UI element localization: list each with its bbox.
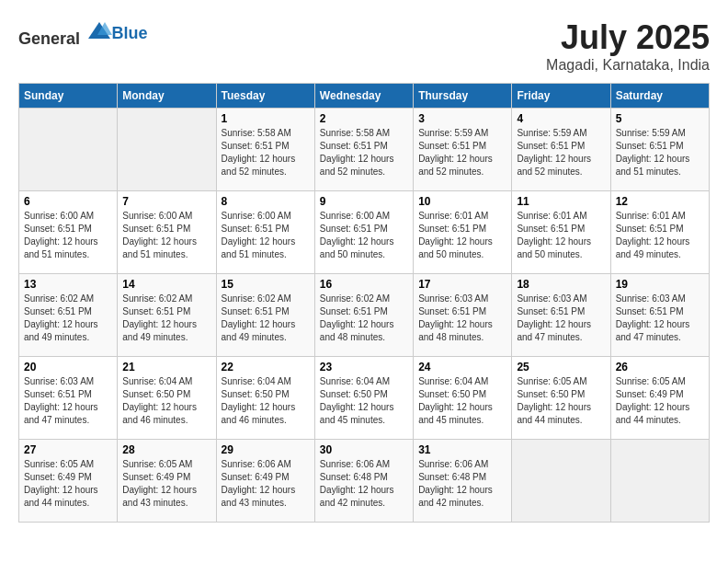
day-info: Sunrise: 6:06 AMSunset: 6:48 PMDaylight:… <box>320 458 408 510</box>
calendar-day-cell: 11Sunrise: 6:01 AMSunset: 6:51 PMDayligh… <box>512 191 610 274</box>
day-info: Sunrise: 6:04 AMSunset: 6:50 PMDaylight:… <box>418 375 506 427</box>
day-info: Sunrise: 6:01 AMSunset: 6:51 PMDaylight:… <box>418 210 506 261</box>
day-number: 13 <box>24 278 112 291</box>
day-info: Sunrise: 6:00 AMSunset: 6:51 PMDaylight:… <box>24 210 112 261</box>
day-info: Sunrise: 6:00 AMSunset: 6:51 PMDaylight:… <box>320 210 408 261</box>
calendar-day-cell: 26Sunrise: 6:05 AMSunset: 6:49 PMDayligh… <box>610 357 709 440</box>
day-info: Sunrise: 6:04 AMSunset: 6:50 PMDaylight:… <box>222 375 310 427</box>
day-info: Sunrise: 5:59 AMSunset: 6:51 PMDaylight:… <box>418 127 506 178</box>
logo-general: General <box>18 29 80 48</box>
day-number: 11 <box>517 195 605 208</box>
calendar-day-cell: 2Sunrise: 5:58 AMSunset: 6:51 PMDaylight… <box>314 109 413 191</box>
day-number: 30 <box>320 443 408 456</box>
day-number: 5 <box>616 112 704 125</box>
day-number: 31 <box>418 443 506 456</box>
day-info: Sunrise: 5:58 AMSunset: 6:51 PMDaylight:… <box>320 127 408 178</box>
day-number: 21 <box>122 361 210 373</box>
calendar-day-cell: 1Sunrise: 5:58 AMSunset: 6:51 PMDaylight… <box>216 109 314 191</box>
calendar-day-cell <box>610 440 709 523</box>
day-info: Sunrise: 6:04 AMSunset: 6:50 PMDaylight:… <box>320 375 408 427</box>
day-number: 12 <box>616 195 704 208</box>
day-number: 19 <box>616 278 704 291</box>
title-block: July 2025 Magadi, Karnataka, India <box>546 18 710 74</box>
calendar-week-row: 27Sunrise: 6:05 AMSunset: 6:49 PMDayligh… <box>19 440 710 523</box>
day-info: Sunrise: 6:00 AMSunset: 6:51 PMDaylight:… <box>222 210 310 261</box>
page-header: General Blue July 2025 Magadi, Karnataka… <box>18 18 710 74</box>
calendar-table: SundayMondayTuesdayWednesdayThursdayFrid… <box>18 83 710 523</box>
weekday-header: Friday <box>512 84 610 109</box>
day-number: 17 <box>418 278 506 291</box>
day-number: 27 <box>24 443 112 456</box>
calendar-day-cell: 25Sunrise: 6:05 AMSunset: 6:50 PMDayligh… <box>512 357 610 440</box>
day-info: Sunrise: 6:02 AMSunset: 6:51 PMDaylight:… <box>122 293 210 344</box>
calendar-day-cell: 30Sunrise: 6:06 AMSunset: 6:48 PMDayligh… <box>314 440 413 523</box>
weekday-header: Wednesday <box>314 84 413 109</box>
day-number: 3 <box>418 112 506 125</box>
day-info: Sunrise: 6:01 AMSunset: 6:51 PMDaylight:… <box>517 210 605 261</box>
day-info: Sunrise: 6:06 AMSunset: 6:49 PMDaylight:… <box>222 458 310 510</box>
day-info: Sunrise: 6:03 AMSunset: 6:51 PMDaylight:… <box>616 293 704 344</box>
calendar-day-cell: 7Sunrise: 6:00 AMSunset: 6:51 PMDaylight… <box>118 191 216 274</box>
location-subtitle: Magadi, Karnataka, India <box>546 57 710 74</box>
day-number: 20 <box>24 361 112 373</box>
day-number: 29 <box>222 443 310 456</box>
calendar-day-cell: 12Sunrise: 6:01 AMSunset: 6:51 PMDayligh… <box>610 191 709 274</box>
day-info: Sunrise: 6:02 AMSunset: 6:51 PMDaylight:… <box>222 293 310 344</box>
calendar-day-cell <box>118 109 216 191</box>
calendar-day-cell: 8Sunrise: 6:00 AMSunset: 6:51 PMDaylight… <box>216 191 314 274</box>
calendar-day-cell: 23Sunrise: 6:04 AMSunset: 6:50 PMDayligh… <box>314 357 413 440</box>
calendar-day-cell: 9Sunrise: 6:00 AMSunset: 6:51 PMDaylight… <box>314 191 413 274</box>
calendar-day-cell: 18Sunrise: 6:03 AMSunset: 6:51 PMDayligh… <box>512 274 610 357</box>
day-info: Sunrise: 6:03 AMSunset: 6:51 PMDaylight:… <box>517 293 605 344</box>
day-info: Sunrise: 6:05 AMSunset: 6:49 PMDaylight:… <box>616 375 704 427</box>
day-number: 14 <box>122 278 210 291</box>
weekday-header: Thursday <box>414 84 512 109</box>
day-number: 4 <box>517 112 605 125</box>
calendar-day-cell: 10Sunrise: 6:01 AMSunset: 6:51 PMDayligh… <box>414 191 512 274</box>
logo-icon <box>86 18 112 44</box>
calendar-day-cell: 14Sunrise: 6:02 AMSunset: 6:51 PMDayligh… <box>118 274 216 357</box>
logo-blue: Blue <box>112 24 148 42</box>
day-info: Sunrise: 5:59 AMSunset: 6:51 PMDaylight:… <box>616 127 704 178</box>
day-number: 26 <box>616 361 704 373</box>
day-number: 6 <box>24 195 112 208</box>
weekday-header: Tuesday <box>216 84 314 109</box>
calendar-week-row: 6Sunrise: 6:00 AMSunset: 6:51 PMDaylight… <box>19 191 710 274</box>
day-info: Sunrise: 5:58 AMSunset: 6:51 PMDaylight:… <box>222 127 310 178</box>
calendar-day-cell: 20Sunrise: 6:03 AMSunset: 6:51 PMDayligh… <box>19 357 118 440</box>
weekday-header: Saturday <box>610 84 709 109</box>
day-info: Sunrise: 6:02 AMSunset: 6:51 PMDaylight:… <box>320 293 408 344</box>
weekday-header: Monday <box>118 84 216 109</box>
day-number: 2 <box>320 112 408 125</box>
day-info: Sunrise: 6:05 AMSunset: 6:49 PMDaylight:… <box>122 458 210 510</box>
calendar-day-cell: 19Sunrise: 6:03 AMSunset: 6:51 PMDayligh… <box>610 274 709 357</box>
calendar-day-cell: 24Sunrise: 6:04 AMSunset: 6:50 PMDayligh… <box>414 357 512 440</box>
calendar-week-row: 1Sunrise: 5:58 AMSunset: 6:51 PMDaylight… <box>19 109 710 191</box>
day-number: 16 <box>320 278 408 291</box>
day-info: Sunrise: 6:05 AMSunset: 6:49 PMDaylight:… <box>24 458 112 510</box>
day-number: 1 <box>222 112 310 125</box>
calendar-day-cell: 21Sunrise: 6:04 AMSunset: 6:50 PMDayligh… <box>118 357 216 440</box>
calendar-day-cell: 5Sunrise: 5:59 AMSunset: 6:51 PMDaylight… <box>610 109 709 191</box>
day-number: 25 <box>517 361 605 373</box>
day-number: 22 <box>222 361 310 373</box>
calendar-day-cell <box>19 109 118 191</box>
calendar-day-cell: 31Sunrise: 6:06 AMSunset: 6:48 PMDayligh… <box>414 440 512 523</box>
day-number: 8 <box>222 195 310 208</box>
day-info: Sunrise: 6:03 AMSunset: 6:51 PMDaylight:… <box>24 375 112 427</box>
calendar-day-cell: 28Sunrise: 6:05 AMSunset: 6:49 PMDayligh… <box>118 440 216 523</box>
calendar-day-cell: 6Sunrise: 6:00 AMSunset: 6:51 PMDaylight… <box>19 191 118 274</box>
calendar-day-cell: 27Sunrise: 6:05 AMSunset: 6:49 PMDayligh… <box>19 440 118 523</box>
day-number: 18 <box>517 278 605 291</box>
day-number: 23 <box>320 361 408 373</box>
day-number: 24 <box>418 361 506 373</box>
calendar-day-cell: 17Sunrise: 6:03 AMSunset: 6:51 PMDayligh… <box>414 274 512 357</box>
day-info: Sunrise: 6:04 AMSunset: 6:50 PMDaylight:… <box>122 375 210 427</box>
day-number: 15 <box>222 278 310 291</box>
calendar-day-cell: 15Sunrise: 6:02 AMSunset: 6:51 PMDayligh… <box>216 274 314 357</box>
day-info: Sunrise: 5:59 AMSunset: 6:51 PMDaylight:… <box>517 127 605 178</box>
logo: General Blue <box>18 18 148 49</box>
calendar-day-cell: 16Sunrise: 6:02 AMSunset: 6:51 PMDayligh… <box>314 274 413 357</box>
day-info: Sunrise: 6:03 AMSunset: 6:51 PMDaylight:… <box>418 293 506 344</box>
day-info: Sunrise: 6:02 AMSunset: 6:51 PMDaylight:… <box>24 293 112 344</box>
